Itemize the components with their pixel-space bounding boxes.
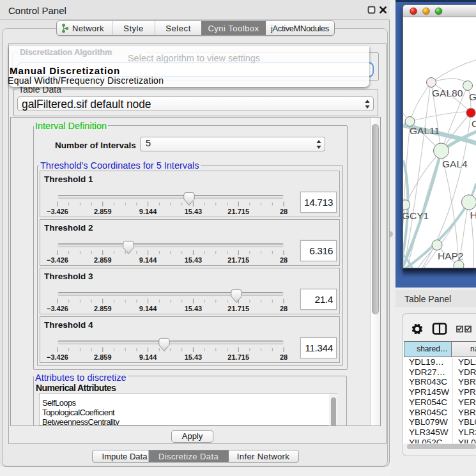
svg-text:H: H — [470, 210, 476, 220]
svg-text:GAL4: GAL4 — [442, 158, 468, 169]
svg-text:GA: GA — [469, 91, 476, 102]
svg-text:GCY1: GCY1 — [403, 210, 429, 221]
svg-text:C: C — [472, 118, 476, 129]
svg-text:GAL80: GAL80 — [432, 88, 463, 98]
svg-text:GAL11: GAL11 — [410, 125, 440, 136]
svg-text:HAP2: HAP2 — [438, 250, 464, 261]
